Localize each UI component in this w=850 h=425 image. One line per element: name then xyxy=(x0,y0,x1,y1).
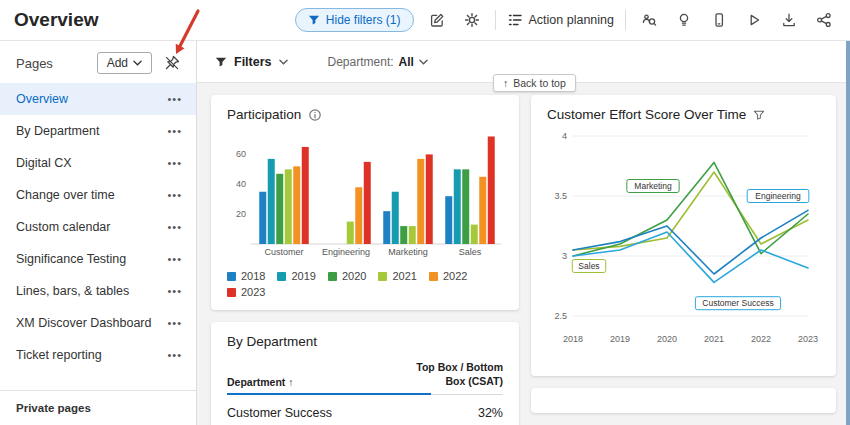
sidebar-item-label: Significance Testing xyxy=(16,252,126,266)
toolbar-divider xyxy=(495,10,496,30)
more-options-icon[interactable]: ••• xyxy=(167,285,182,297)
series-line-engineering xyxy=(573,210,808,274)
pages-label: Pages xyxy=(16,56,53,71)
column-header-csat[interactable]: Top Box / Bottom Box (CSAT) xyxy=(416,361,503,388)
sidebar-pages-list: Overview•••By Department•••Digital CX•••… xyxy=(0,83,196,390)
legend-item-2022[interactable]: 2022 xyxy=(429,270,467,282)
series-label-marketing: Marketing xyxy=(627,180,679,193)
unpin-sidebar-button[interactable] xyxy=(162,53,182,73)
table-body: Customer Success32% xyxy=(227,395,503,425)
more-options-icon[interactable]: ••• xyxy=(167,253,182,265)
filters-label: Filters xyxy=(234,55,272,69)
more-options-icon[interactable]: ••• xyxy=(167,317,182,329)
add-page-button[interactable]: Add xyxy=(97,52,152,74)
vertical-scrollbar[interactable] xyxy=(846,41,850,425)
bar-2018 xyxy=(383,211,390,244)
sidebar-header: Pages Add xyxy=(0,41,196,83)
legend-item-2020[interactable]: 2020 xyxy=(328,270,366,282)
by-department-title: By Department xyxy=(227,334,317,349)
sidebar-item-by-department[interactable]: By Department••• xyxy=(0,115,196,147)
export-button[interactable] xyxy=(777,8,801,32)
series-line-sales xyxy=(573,172,808,250)
filters-button[interactable]: Filters xyxy=(215,55,288,69)
more-options-icon[interactable]: ••• xyxy=(167,221,182,233)
axis-tick-label: 3.5 xyxy=(554,191,567,201)
legend-label: 2023 xyxy=(241,286,265,298)
bar-2023 xyxy=(426,154,433,244)
bar-2022 xyxy=(479,177,486,244)
add-page-label: Add xyxy=(107,56,128,70)
share-button[interactable] xyxy=(812,8,836,32)
settings-button[interactable] xyxy=(460,8,484,32)
pages-sidebar: Pages Add Overview•••By Department•••Dig… xyxy=(0,41,197,425)
sort-ascending-icon: ↑ xyxy=(288,376,293,388)
sidebar-item-overview[interactable]: Overview••• xyxy=(0,83,196,115)
bar-2018 xyxy=(259,192,266,244)
bar-2020 xyxy=(462,169,469,244)
legend-swatch xyxy=(429,272,438,281)
axis-tick-label: Sales xyxy=(459,247,482,257)
participation-title: Participation xyxy=(227,107,301,122)
bar-2023 xyxy=(302,147,309,244)
bar-2019 xyxy=(268,159,275,244)
column-header-department[interactable]: Department↑ xyxy=(227,376,294,388)
mobile-preview-button[interactable] xyxy=(707,8,731,32)
legend-label: 2020 xyxy=(342,270,366,282)
sidebar-item-label: XM Discover Dashboard xyxy=(16,316,151,330)
sidebar-item-ticket-reporting[interactable]: Ticket reporting••• xyxy=(0,339,196,371)
hide-filters-button[interactable]: Hide filters (1) xyxy=(295,8,414,32)
more-options-icon[interactable]: ••• xyxy=(167,349,182,361)
legend-item-2018[interactable]: 2018 xyxy=(227,270,265,282)
svg-text:Engineering: Engineering xyxy=(755,191,801,201)
bar-2018 xyxy=(445,196,452,244)
legend-swatch xyxy=(378,272,387,281)
back-to-top-button[interactable]: ↑ Back to top xyxy=(493,74,576,92)
lightbulb-icon xyxy=(676,12,692,28)
right-column: Customer Effort Score Over Time 2.533.54… xyxy=(531,95,836,413)
sidebar-item-label: Ticket reporting xyxy=(16,348,102,362)
bar-2022 xyxy=(293,166,300,244)
present-button[interactable] xyxy=(742,8,766,32)
usage-metrics-button[interactable] xyxy=(637,8,661,32)
back-to-top-label: Back to top xyxy=(513,77,566,89)
legend-swatch xyxy=(227,288,236,297)
edit-dashboard-button[interactable] xyxy=(425,8,449,32)
axis-tick-label: 2019 xyxy=(610,334,630,344)
user-magnifier-icon xyxy=(641,12,657,28)
dashboard-main: Filters Department: All ↑ Back to top Pa… xyxy=(197,41,850,425)
edit-pencil-icon xyxy=(429,12,445,28)
sidebar-item-digital-cx[interactable]: Digital CX••• xyxy=(0,147,196,179)
sidebar-item-significance-testing[interactable]: Significance Testing••• xyxy=(0,243,196,275)
arrow-up-icon: ↑ xyxy=(503,77,508,89)
more-options-icon[interactable]: ••• xyxy=(167,125,182,137)
legend-swatch xyxy=(227,272,236,281)
sidebar-item-change-over-time[interactable]: Change over time••• xyxy=(0,179,196,211)
cell-csat-value: 32% xyxy=(478,406,503,420)
more-options-icon[interactable]: ••• xyxy=(167,93,182,105)
by-department-widget: By Department Department↑ Top Box / Bott… xyxy=(211,322,519,425)
ces-widget: Customer Effort Score Over Time 2.533.54… xyxy=(531,95,836,376)
legend-swatch xyxy=(277,272,286,281)
insights-button[interactable] xyxy=(672,8,696,32)
sidebar-item-lines-bars-tables[interactable]: Lines, bars, & tables••• xyxy=(0,275,196,307)
info-icon[interactable] xyxy=(308,108,322,122)
sidebar-item-label: Digital CX xyxy=(16,156,72,170)
next-widget-partial xyxy=(531,388,836,413)
department-filter[interactable]: Department: All xyxy=(328,55,428,69)
legend-item-2021[interactable]: 2021 xyxy=(378,270,416,282)
share-icon xyxy=(816,12,832,28)
more-options-icon[interactable]: ••• xyxy=(167,189,182,201)
legend-item-2019[interactable]: 2019 xyxy=(277,270,315,282)
widget-filter-icon[interactable] xyxy=(753,109,765,121)
top-toolbar: Hide filters (1) Action planning xyxy=(295,8,836,32)
more-options-icon[interactable]: ••• xyxy=(167,157,182,169)
bar-2021 xyxy=(285,169,292,244)
sidebar-item-custom-calendar[interactable]: Custom calendar••• xyxy=(0,211,196,243)
play-icon xyxy=(746,12,762,28)
action-planning-button[interactable]: Action planning xyxy=(507,12,614,28)
bar-2022 xyxy=(355,187,362,244)
svg-text:Customer Success: Customer Success xyxy=(702,298,773,308)
legend-item-2023[interactable]: 2023 xyxy=(227,286,265,298)
sidebar-item-xm-discover-dashboard[interactable]: XM Discover Dashboard••• xyxy=(0,307,196,339)
axis-tick-label: 2022 xyxy=(751,334,771,344)
